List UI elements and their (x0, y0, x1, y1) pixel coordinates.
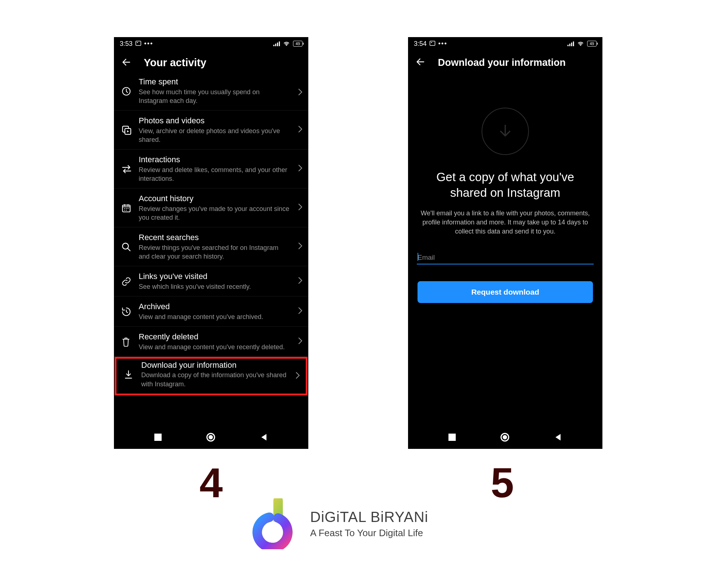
signal-icon (273, 41, 280, 46)
android-nav-bar (114, 426, 308, 449)
battery-indicator: 49 (293, 41, 302, 47)
svg-rect-17 (431, 42, 432, 43)
list-item-download-info[interactable]: Download your information Download a cop… (116, 359, 306, 394)
svg-rect-20 (571, 43, 572, 46)
list-item-interactions[interactable]: Interactions Review and delete likes, co… (114, 150, 308, 188)
nav-recent-icon[interactable] (154, 434, 162, 441)
download-heading: Get a copy of what you've shared on Inst… (417, 170, 594, 201)
phone-screenshot-download-info: 3:54 ••• 49 Download your informatio (408, 37, 602, 449)
search-icon (121, 241, 139, 252)
activity-list: Time spent See how much time you usually… (114, 75, 308, 395)
page-title: Download your information (438, 57, 566, 68)
nav-recent-icon[interactable] (448, 434, 456, 441)
clock-icon (121, 85, 139, 96)
archive-icon (121, 306, 139, 317)
download-icon (124, 369, 141, 380)
nav-back-icon[interactable] (260, 433, 268, 441)
download-circle-icon (482, 108, 529, 155)
text-cursor-icon (418, 253, 418, 261)
list-item-photos-videos[interactable]: Photos and videos View, archive or delet… (114, 111, 308, 150)
status-bar: 3:54 ••• 49 (408, 37, 602, 49)
svg-point-11 (126, 208, 127, 209)
trash-icon (121, 336, 139, 347)
nav-home-icon[interactable] (500, 433, 509, 442)
page-title: Your activity (144, 57, 206, 69)
list-title: Recent searches (139, 232, 290, 243)
list-title: Archived (139, 302, 290, 312)
step-number-5: 5 (491, 462, 514, 504)
svg-rect-0 (136, 41, 141, 45)
signal-icon (567, 41, 574, 46)
list-item-links-visited[interactable]: Links you've visited See which links you… (114, 266, 308, 296)
svg-rect-16 (430, 41, 435, 45)
link-icon (121, 276, 139, 287)
list-title: Download your information (141, 360, 288, 370)
list-item-account-history[interactable]: Account history Review changes you've ma… (114, 188, 308, 227)
svg-point-22 (269, 525, 282, 538)
list-title: Account history (139, 194, 290, 204)
app-header: Download your information (408, 49, 602, 75)
list-title: Photos and videos (139, 116, 290, 126)
list-item-recently-deleted[interactable]: Recently deleted View and manage content… (114, 327, 308, 357)
brand-title: DiGiTAL BiRYANi (310, 509, 428, 525)
list-subtitle: Review things you've searched for on Ins… (139, 243, 290, 261)
list-subtitle: View and manage content you've archived. (139, 312, 290, 321)
svg-rect-21 (573, 41, 574, 46)
wifi-icon (577, 41, 584, 46)
email-input[interactable]: Email (417, 252, 594, 264)
chevron-right-icon (298, 307, 302, 316)
brand-logo-icon (250, 498, 301, 549)
status-bar: 3:53 ••• 49 (114, 37, 308, 49)
chevron-right-icon (298, 203, 302, 212)
step-number-4: 4 (199, 462, 223, 504)
list-subtitle: See which links you've visited recently. (139, 282, 290, 291)
sim-card-icon (430, 40, 435, 48)
calendar-icon (121, 202, 139, 213)
list-item-time-spent[interactable]: Time spent See how much time you usually… (114, 75, 308, 111)
list-title: Links you've visited (139, 271, 290, 282)
svg-rect-18 (567, 45, 569, 46)
wifi-icon (283, 41, 290, 46)
list-subtitle: Review and delete likes, comments, and y… (139, 166, 290, 183)
more-dots-icon: ••• (144, 40, 153, 48)
list-subtitle: Download a copy of the information you'v… (141, 371, 288, 388)
app-header: Your activity (114, 49, 308, 75)
request-download-button[interactable]: Request download (418, 281, 593, 303)
chevron-right-icon (296, 372, 300, 380)
list-item-archived[interactable]: Archived View and manage content you've … (114, 296, 308, 327)
chevron-right-icon (298, 88, 302, 97)
list-subtitle: Review changes you've made to your accou… (139, 204, 290, 222)
back-arrow-icon[interactable] (121, 57, 131, 69)
list-item-recent-searches[interactable]: Recent searches Review things you've sea… (114, 227, 308, 266)
list-title: Recently deleted (139, 332, 290, 342)
svg-point-10 (124, 208, 125, 209)
media-icon (121, 124, 139, 136)
list-subtitle: View, archive or delete photos and video… (139, 127, 290, 144)
nav-home-icon[interactable] (206, 433, 215, 442)
phone-screenshot-your-activity: 3:53 ••• 49 Your activity (114, 37, 308, 449)
svg-point-14 (126, 210, 127, 211)
svg-rect-2 (273, 45, 274, 46)
chevron-right-icon (298, 337, 302, 346)
svg-point-13 (124, 210, 125, 211)
brand-tagline: A Feast To Your Digital Life (310, 527, 428, 539)
list-subtitle: View and manage content you've recently … (139, 343, 290, 351)
chevron-right-icon (298, 164, 302, 173)
list-title: Interactions (139, 155, 290, 165)
svg-rect-5 (279, 41, 280, 46)
email-placeholder: Email (418, 254, 435, 261)
brand-block: DiGiTAL BiRYANi A Feast To Your Digital … (250, 498, 428, 549)
chevron-right-icon (298, 242, 302, 251)
highlighted-item-box: Download your information Download a cop… (115, 357, 308, 395)
battery-indicator: 49 (587, 41, 597, 47)
more-dots-icon: ••• (438, 40, 447, 48)
svg-rect-19 (569, 44, 570, 46)
android-nav-bar (408, 426, 602, 449)
list-subtitle: See how much time you usually spend on I… (139, 88, 290, 105)
svg-point-12 (128, 208, 128, 209)
sim-card-icon (135, 40, 141, 48)
svg-rect-4 (277, 43, 278, 46)
nav-back-icon[interactable] (554, 433, 562, 441)
back-arrow-icon[interactable] (415, 57, 426, 68)
chevron-right-icon (298, 277, 302, 286)
